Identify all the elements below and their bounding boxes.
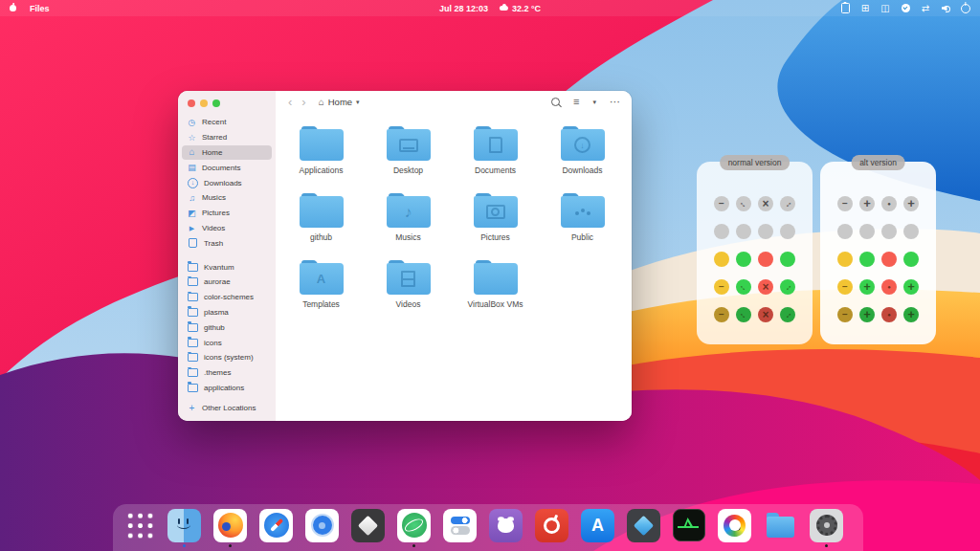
dock-item-github-desktop[interactable]: [489, 509, 523, 547]
window-list-icon[interactable]: ◫: [880, 3, 890, 14]
dock-item-app-store[interactable]: [581, 509, 614, 547]
folder-label: github: [310, 232, 332, 242]
folder-emblem-icon: [399, 139, 418, 152]
folder-item-videos[interactable]: Videos: [365, 260, 452, 316]
search-button[interactable]: [551, 98, 560, 106]
folder-item-applications[interactable]: Applications: [278, 126, 365, 182]
sidebar-item-musics[interactable]: Musics: [182, 190, 272, 206]
window-button-preview: [903, 307, 919, 322]
sidebar-item-downloads[interactable]: Downloads: [182, 175, 272, 190]
plus-icon: +: [187, 403, 197, 413]
sidebar-item-recent[interactable]: Recent: [182, 115, 272, 130]
bookmark-item-themes[interactable]: .themes: [182, 365, 272, 381]
dock-item-firefox[interactable]: [213, 509, 247, 547]
place-icon: [187, 193, 197, 203]
normal-version-card: normal version: [697, 155, 813, 335]
folder-item-documents[interactable]: Documents: [452, 126, 539, 182]
window-button-preview: [837, 196, 853, 211]
window-button-preview: [881, 224, 897, 239]
dock-item-switches-app[interactable]: [443, 509, 477, 547]
apple-menu-icon[interactable]: [10, 5, 16, 11]
folder-icon: [300, 126, 344, 161]
bookmark-item-aurorae[interactable]: aurorae: [182, 275, 272, 290]
folder-item-pictures[interactable]: Pictures: [452, 193, 539, 249]
forward-button[interactable]: ›: [297, 96, 310, 108]
dock-item-file-manager[interactable]: [764, 509, 797, 547]
folder-icon: [188, 277, 198, 286]
other-locations-button[interactable]: + Other Locations: [178, 400, 276, 421]
folder-item-desktop[interactable]: Desktop: [365, 126, 452, 182]
active-app-name[interactable]: Files: [30, 4, 50, 13]
window-button-preview: [903, 196, 919, 211]
window-button-preview: [859, 224, 875, 239]
place-label: Recent: [202, 118, 226, 126]
window-button-preview: [859, 196, 875, 211]
folder-icon: [188, 368, 198, 377]
folder-icon: [188, 323, 198, 332]
clock[interactable]: Jul 28 12:03: [439, 4, 488, 13]
updates-icon[interactable]: [901, 3, 910, 14]
folder-item-github[interactable]: github: [278, 193, 365, 249]
dock-item-app-launcher[interactable]: [125, 511, 155, 545]
sidebar-item-videos[interactable]: Videos: [182, 221, 272, 236]
sidebar-item-pictures[interactable]: Pictures: [182, 206, 272, 221]
bookmark-item-applications[interactable]: applications: [182, 381, 272, 396]
back-button[interactable]: ‹: [283, 96, 297, 108]
running-indicator: [321, 544, 323, 547]
folder-icon: [474, 260, 518, 295]
folder-icon: [188, 293, 198, 301]
transfer-arrows-icon[interactable]: ⇄: [921, 3, 930, 14]
dock-item-system-monitor[interactable]: [673, 509, 705, 546]
window-button-preview: [903, 224, 919, 239]
bookmark-item-kvantum[interactable]: Kvantum: [182, 259, 272, 275]
bookmark-item-color-schemes[interactable]: color-schemes: [182, 290, 272, 305]
bookmark-label: Kvantum: [204, 263, 234, 272]
view-options-button[interactable]: ▾: [592, 99, 596, 106]
dock-item-finder[interactable]: [167, 509, 201, 547]
dock-item-inkscape[interactable]: [351, 509, 385, 547]
folder-item-musics[interactable]: Musics: [365, 193, 452, 249]
window-button-preview: [758, 279, 773, 295]
sidebar-item-trash[interactable]: Trash: [182, 235, 272, 251]
dock-item-system-settings[interactable]: [810, 509, 843, 547]
top-panel: Files Jul 28 12:03 32.2 °C ⊞ ◫ ⇄: [0, 0, 980, 16]
bookmark-item-github[interactable]: github: [182, 320, 272, 335]
workspaces-icon[interactable]: ⊞: [860, 3, 870, 14]
window-button-preview: [714, 224, 729, 239]
close-button[interactable]: [188, 99, 195, 107]
list-view-button[interactable]: ≡: [573, 97, 579, 107]
app-icon: [535, 509, 568, 542]
bookmark-item-icons[interactable]: icons: [182, 335, 272, 350]
bookmark-label: icons (system): [204, 353, 254, 362]
weather-widget[interactable]: 32.2 °C: [500, 4, 541, 13]
place-icon: [187, 147, 197, 157]
sidebar-item-documents[interactable]: Documents: [182, 160, 272, 175]
dock-item-atom[interactable]: [397, 509, 431, 547]
menu-button[interactable]: ⋯: [610, 97, 620, 107]
dock-item-safari[interactable]: [259, 509, 293, 547]
dock-item-netease-music[interactable]: [535, 509, 568, 547]
folder-icon: [387, 193, 431, 228]
volume-icon[interactable]: [941, 3, 950, 14]
folder-item-templates[interactable]: Templates: [278, 260, 365, 316]
bookmark-item-icons-system[interactable]: icons (system): [182, 350, 272, 365]
dock-item-blue-disc-app[interactable]: [305, 509, 339, 547]
sidebar-item-starred[interactable]: Starred: [182, 130, 272, 145]
dock-item-boxes[interactable]: [627, 509, 660, 547]
folder-grid: Applications Desktop: [276, 113, 632, 421]
dock-item-photos-app[interactable]: [718, 509, 751, 547]
minimize-button[interactable]: [200, 99, 208, 107]
folder-item-virtualbox-vms[interactable]: VirtualBox VMs: [452, 260, 539, 316]
folder-icon: [387, 126, 431, 161]
bookmark-item-plasma[interactable]: plasma: [182, 305, 272, 320]
power-icon[interactable]: [961, 3, 970, 14]
breadcrumb[interactable]: ⌂ Home ▾: [319, 97, 360, 107]
clipboard-icon[interactable]: [840, 3, 850, 14]
folder-item-downloads[interactable]: Downloads: [539, 126, 626, 182]
place-icon: [187, 209, 197, 218]
folder-item-public[interactable]: Public: [539, 193, 626, 249]
window-button-preview: [758, 196, 773, 211]
maximize-button[interactable]: [212, 99, 220, 107]
running-indicator: [642, 544, 645, 547]
sidebar-item-home[interactable]: Home: [182, 145, 272, 161]
